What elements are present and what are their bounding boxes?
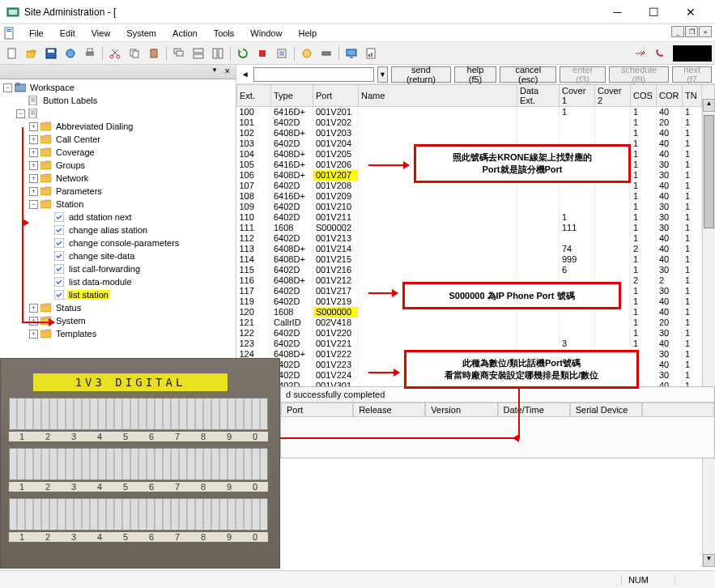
print-button[interactable] — [81, 45, 99, 62]
cut-button[interactable] — [106, 45, 124, 62]
col-cover2[interactable]: Cover 2 — [595, 85, 631, 107]
result-col-datetime[interactable]: Date/Time — [498, 403, 570, 417]
refresh-button[interactable] — [234, 45, 252, 62]
col-type[interactable]: Type — [271, 85, 313, 107]
vertical-scrollbar[interactable]: ▲ ▼ — [702, 99, 715, 567]
table-row[interactable]: 1026408D+001V2031401 — [237, 128, 715, 138]
menu-file[interactable]: File — [21, 27, 52, 40]
disconnect-button[interactable] — [317, 45, 335, 62]
enter-button[interactable]: enter (f3) — [560, 66, 605, 83]
arrow-x-button[interactable] — [631, 45, 649, 62]
col-ext[interactable]: Ext. — [237, 85, 271, 107]
connect-button[interactable] — [298, 45, 316, 62]
menu-view[interactable]: View — [83, 27, 119, 40]
schedule-button[interactable]: schedule (f9) — [609, 66, 669, 83]
table-row[interactable]: 1226402D001V2201301 — [237, 328, 715, 339]
table-row[interactable]: 1096402D001V2101301 — [237, 202, 715, 212]
tree-list-station[interactable]: list station — [0, 288, 236, 301]
table-row[interactable]: 1006416D+001V20111401 — [237, 107, 715, 118]
table-row[interactable]: 1236402D001V22131401 — [237, 339, 715, 349]
tree-coverage[interactable]: +Coverage — [0, 146, 236, 159]
tree-button-labels[interactable]: Button Labels — [0, 94, 236, 107]
col-name[interactable]: Name — [359, 85, 517, 107]
phone-x-button[interactable] — [650, 45, 668, 62]
tree-call-center[interactable]: +Call Center — [0, 133, 236, 146]
tree-change-site-data[interactable]: change site-data — [0, 249, 236, 262]
scroll-thumb[interactable] — [704, 115, 714, 228]
copy-button[interactable] — [126, 45, 143, 62]
result-col-blank[interactable] — [642, 403, 714, 417]
result-col-release[interactable]: Release — [353, 403, 425, 417]
table-row[interactable]: 1126402D001V2131401 — [237, 233, 715, 244]
scroll-up-icon[interactable]: ▲ — [703, 99, 715, 112]
minimize-button[interactable]: ─ — [599, 0, 636, 24]
col-cover1[interactable]: Cover 1 — [560, 85, 595, 107]
tree-change-console-parameters[interactable]: change console-parameters — [0, 236, 236, 249]
menu-window[interactable]: Window — [242, 27, 290, 40]
tree-station[interactable]: −Station — [0, 198, 236, 211]
pane-dropdown-icon[interactable]: ▼ — [210, 66, 219, 76]
cascade-button[interactable] — [170, 45, 188, 62]
tree-add-station-next[interactable]: add station next — [0, 211, 236, 224]
new-button[interactable] — [3, 45, 21, 62]
result-col-port[interactable]: Port — [281, 403, 353, 417]
stop-button[interactable] — [253, 45, 271, 62]
tree-blank-group[interactable]: − — [0, 107, 236, 120]
tree-network[interactable]: +Network — [0, 172, 236, 185]
table-row[interactable]: 1106402D001V21111301 — [237, 212, 715, 223]
menu-tools[interactable]: Tools — [206, 27, 243, 40]
result-col-serialdevice[interactable]: Serial Device — [570, 403, 642, 417]
tree-groups[interactable]: +Groups — [0, 159, 236, 172]
log-button[interactable] — [273, 45, 291, 62]
table-row[interactable]: 121CallrID002V4181201 — [237, 317, 715, 328]
tree-abbreviated-dialing[interactable]: +Abbreviated Dialing — [0, 120, 236, 133]
menu-edit[interactable]: Edit — [52, 27, 83, 40]
report-button[interactable] — [362, 45, 380, 62]
menu-system[interactable]: System — [118, 27, 164, 40]
open-button[interactable] — [23, 45, 40, 62]
tree-list-call-forwarding[interactable]: list call-forwarding — [0, 262, 236, 275]
mdi-close-button[interactable]: × — [699, 26, 712, 37]
col-dataext[interactable]: Data Ext. — [517, 85, 560, 107]
col-cor[interactable]: COR — [657, 85, 683, 107]
tile-h-button[interactable] — [189, 45, 207, 62]
paste-button[interactable] — [145, 45, 163, 62]
tree-workspace[interactable]: −Workspace — [0, 81, 236, 94]
scroll-down-icon[interactable]: ▼ — [703, 554, 715, 567]
browse-button[interactable] — [62, 45, 79, 62]
col-tn[interactable]: TN — [683, 85, 702, 107]
table-row[interactable]: 1156402D001V21661301 — [237, 265, 715, 275]
col-cos[interactable]: COS — [631, 85, 657, 107]
tree-parameters[interactable]: +Parameters — [0, 185, 236, 198]
menu-action[interactable]: Action — [164, 27, 206, 40]
menu-help[interactable]: Help — [290, 27, 325, 40]
tree-change-alias-station[interactable]: change alias station — [0, 224, 236, 236]
mdi-minimize-button[interactable]: _ — [671, 26, 684, 37]
maximize-button[interactable]: ☐ — [636, 0, 672, 24]
mdi-restore-button[interactable]: ❐ — [685, 26, 698, 37]
result-col-version[interactable]: Version — [425, 403, 497, 417]
statusbar: NUM — [0, 570, 715, 588]
tree-system[interactable]: +System — [0, 314, 236, 327]
table-row[interactable]: 1136408D+001V214742401 — [237, 244, 715, 254]
table-row[interactable]: 1016402D001V2021201 — [237, 117, 715, 128]
next-button[interactable]: next (f7 — [672, 66, 712, 83]
pane-close-icon[interactable]: ✕ — [223, 66, 232, 76]
tree-status[interactable]: +Status — [0, 301, 236, 314]
table-row[interactable]: 1086416D+001V2091401 — [237, 191, 715, 202]
display-button[interactable] — [343, 45, 360, 62]
command-input[interactable] — [253, 67, 373, 82]
close-button[interactable]: ✕ — [672, 0, 709, 24]
help-button[interactable]: help (f5) — [454, 66, 496, 83]
cancel-button[interactable]: cancel (esc) — [500, 66, 556, 83]
history-back-icon[interactable]: ◄ — [240, 70, 250, 79]
table-row[interactable]: 1146408D+001V2159991401 — [237, 254, 715, 265]
send-button[interactable]: send (return) — [391, 66, 451, 83]
table-row[interactable]: 1111608S0000021111301 — [237, 223, 715, 233]
tree-templates[interactable]: +Templates — [0, 327, 236, 340]
command-dropdown-icon[interactable]: ▼ — [377, 66, 388, 83]
save-button[interactable] — [42, 45, 60, 62]
tile-v-button[interactable] — [209, 45, 227, 62]
tree-list-data-module[interactable]: list data-module — [0, 275, 236, 288]
col-port[interactable]: Port — [313, 85, 359, 107]
